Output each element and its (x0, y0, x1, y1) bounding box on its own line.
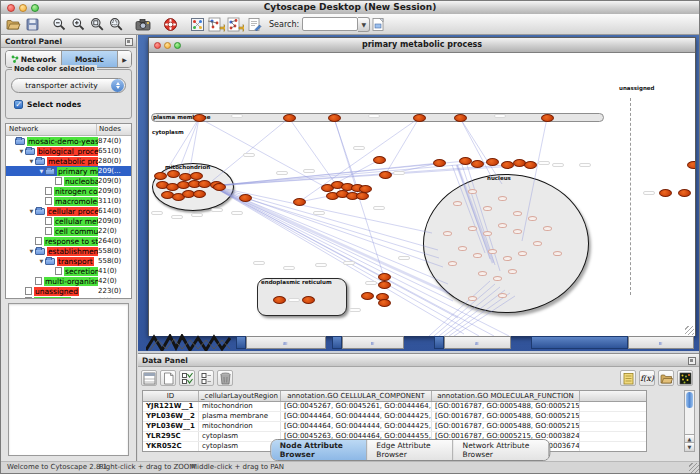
background-window-edge[interactable] (332, 336, 342, 349)
network-node[interactable] (356, 192, 369, 200)
function-builder-icon[interactable]: f(x) (639, 370, 655, 386)
scrollbar-thumb[interactable] (686, 392, 693, 408)
window-resize-grip[interactable] (689, 463, 699, 473)
network-node-pale[interactable] (498, 293, 507, 298)
network-node-pale[interactable] (518, 251, 527, 256)
table-row[interactable]: YPL036W__1mitochondrion[GO:0044464, GO:0… (143, 422, 646, 432)
node-color-dropdown[interactable]: transporter activity (11, 78, 126, 93)
background-window-edge[interactable] (434, 336, 444, 349)
background-window-edge[interactable] (236, 336, 246, 349)
network-node-pale[interactable] (543, 226, 552, 231)
tree-row[interactable]: ▼primary metabo209(... (6, 166, 131, 176)
tree-row[interactable]: response to stimul264(0) (6, 236, 131, 246)
network-node[interactable] (471, 160, 484, 168)
expand-arrow-icon[interactable]: ▼ (28, 158, 35, 164)
network-node-pale[interactable] (458, 246, 467, 251)
open-session-icon[interactable] (5, 16, 22, 33)
zoom-selected-icon[interactable] (108, 16, 125, 33)
network-node-pale[interactable] (468, 296, 477, 301)
network-node[interactable] (378, 273, 391, 281)
zoom-button[interactable] (31, 4, 39, 12)
network-node[interactable] (273, 296, 286, 304)
network-node[interactable] (379, 171, 392, 179)
network-node-pale[interactable] (498, 196, 507, 201)
network-node[interactable] (486, 158, 499, 166)
network-node-pale[interactable] (473, 253, 482, 258)
network-node[interactable] (524, 161, 537, 169)
background-window-strip[interactable] (246, 336, 326, 349)
background-window-strip[interactable] (342, 336, 404, 349)
snapshot-icon[interactable] (135, 16, 152, 33)
tree-row[interactable]: secretion41(0) (6, 266, 131, 276)
minimize-button[interactable] (19, 4, 27, 12)
multi-checkbox-icon[interactable] (179, 370, 195, 386)
float-panel-icon[interactable] (125, 38, 133, 46)
tree-row[interactable]: nitrogen compo209(0) (6, 186, 131, 196)
column-header[interactable]: ID (143, 391, 199, 401)
help-lifering-icon[interactable] (162, 16, 179, 33)
network-node[interactable] (413, 114, 426, 122)
network-node[interactable] (541, 114, 554, 122)
search-input[interactable] (302, 17, 358, 31)
network-node-pale[interactable] (468, 189, 477, 194)
network-node[interactable] (239, 194, 252, 202)
network-canvas[interactable]: plasma membrane cytoplasm mitochondrion … (149, 53, 695, 336)
network-node[interactable] (213, 183, 226, 191)
network-node-pale[interactable] (483, 231, 492, 236)
network-node-pale[interactable] (448, 261, 457, 266)
tree-row[interactable]: ▼biological_process651(0) (6, 146, 131, 156)
tab-overflow-arrow-icon[interactable]: ▶ (118, 51, 131, 67)
matrix-view-icon[interactable] (677, 370, 693, 386)
network-close-button[interactable] (154, 42, 161, 49)
tree-row[interactable]: ▼establishment of lo558(0) (6, 246, 131, 256)
float-panel-icon[interactable] (688, 357, 696, 365)
tree-row[interactable]: nucleobase-209(0) (6, 176, 131, 186)
network-node[interactable] (190, 172, 203, 180)
checkbox-list-icon[interactable] (198, 370, 214, 386)
column-header[interactable]: annotation.GO MOLECULAR_FUNCTION (432, 391, 580, 401)
tree-row[interactable]: macromolecule311(0) (6, 196, 131, 206)
table-scrollbar[interactable]: ▲ ▼ (684, 390, 695, 452)
apply-layout-b-icon[interactable] (227, 16, 244, 33)
network-overview-icon[interactable] (189, 16, 206, 33)
apply-layout-a-icon[interactable] (208, 16, 225, 33)
network-node-pale[interactable] (508, 269, 517, 274)
zoom-out-icon[interactable] (51, 16, 68, 33)
network-node-pale[interactable] (493, 276, 502, 281)
network-node[interactable] (433, 159, 446, 167)
network-node-pale[interactable] (498, 223, 507, 228)
network-node-pale[interactable] (553, 251, 562, 256)
annotation-icon[interactable] (246, 16, 263, 33)
table-row[interactable]: YPL036W__2plasma membrane[GO:0044464, GO… (143, 412, 646, 422)
network-node[interactable] (328, 114, 341, 122)
network-node-pale[interactable] (533, 241, 542, 246)
network-node[interactable] (302, 296, 315, 304)
expand-arrow-icon[interactable]: ▼ (38, 258, 45, 264)
network-node[interactable] (154, 172, 167, 180)
network-node-pale[interactable] (528, 216, 537, 221)
delete-attribute-icon[interactable] (217, 370, 233, 386)
select-nodes-checkbox[interactable]: ✓ (14, 100, 23, 109)
tree-row[interactable]: ▼metabolic process280(0) (6, 156, 131, 166)
network-node-pale[interactable] (478, 271, 487, 276)
attribute-select-icon[interactable] (141, 370, 157, 386)
expand-arrow-icon[interactable]: ▼ (18, 148, 25, 154)
tree-row[interactable]: Overview8(0) (6, 296, 131, 299)
import-list-icon[interactable] (620, 370, 636, 386)
network-node[interactable] (378, 299, 391, 307)
expand-arrow-icon[interactable]: ▼ (28, 248, 35, 254)
tab-edge-attribute-browser[interactable]: Edge Attribute Browser (367, 440, 453, 460)
expand-arrow-icon[interactable]: ▼ (28, 208, 35, 214)
network-node[interactable] (659, 189, 672, 197)
new-attribute-icon[interactable] (160, 370, 176, 386)
network-node[interactable] (283, 114, 296, 122)
tree-row[interactable]: cell communicat22(0) (6, 226, 131, 236)
network-node-pale[interactable] (483, 206, 492, 211)
background-window-titlebar[interactable] (531, 336, 628, 349)
network-node[interactable] (193, 114, 206, 122)
network-node[interactable] (687, 161, 695, 169)
save-session-icon[interactable] (24, 16, 41, 33)
zoom-in-icon[interactable] (70, 16, 87, 33)
scroll-down-button[interactable]: ▼ (685, 442, 694, 451)
network-node[interactable] (361, 292, 374, 300)
